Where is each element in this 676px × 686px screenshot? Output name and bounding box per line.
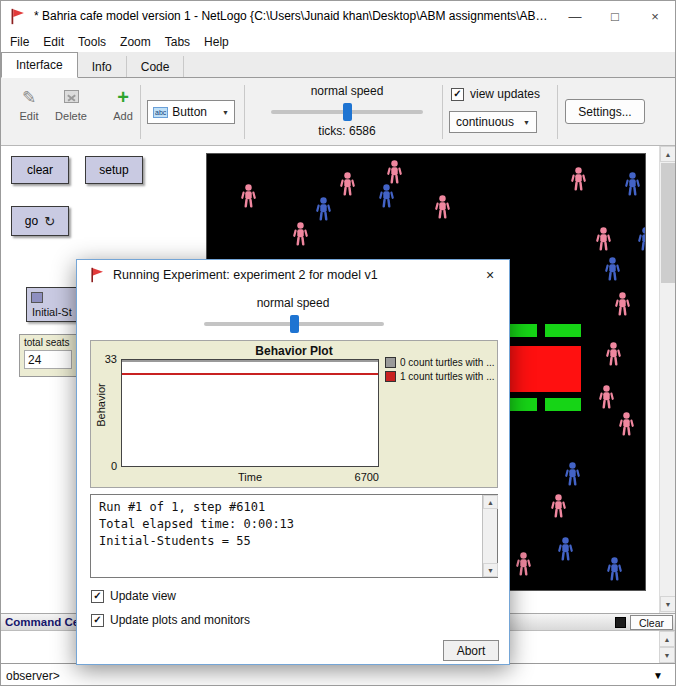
widget-type-label: Button	[172, 105, 207, 119]
checkbox-checked-icon: ✓	[451, 88, 464, 101]
update-mode-dropdown[interactable]: continuous ▼	[449, 111, 537, 133]
clear-output-button[interactable]: Clear	[630, 615, 673, 630]
person-turtle	[618, 412, 635, 436]
dialog-speed-label: normal speed	[77, 296, 509, 310]
menu-tools[interactable]: Tools	[71, 35, 113, 49]
command-input-line[interactable]: observer> ▼	[1, 663, 675, 686]
menu-bar: FileEditToolsZoomTabsHelp	[1, 31, 675, 52]
green-seat	[507, 398, 537, 411]
person-turtle	[564, 462, 581, 486]
dialog-title-bar: Running Experiment: experiment 2 for mod…	[77, 260, 509, 290]
title-bar: * Bahria cafe model version 1 - NetLogo …	[1, 1, 675, 31]
y-axis-min-tick: 0	[93, 460, 117, 472]
person-turtle	[637, 227, 646, 251]
toolbar-separator	[244, 85, 245, 139]
person-turtle	[515, 552, 532, 576]
menu-file[interactable]: File	[3, 35, 36, 49]
update-mode-value: continuous	[456, 115, 514, 129]
scroll-down-icon[interactable]: ▼	[660, 596, 676, 612]
person-turtle	[434, 195, 451, 219]
forever-arrows-icon: ↻	[44, 214, 55, 229]
scroll-down-icon[interactable]: ▼	[659, 647, 675, 663]
dialog-close-button[interactable]: ×	[471, 260, 509, 290]
behavior-plot-widget: Behavior Plot 33 0 Behavior Time 6700 0 …	[90, 340, 498, 488]
clear-button[interactable]: clear	[11, 156, 69, 184]
experiment-output-area: Run #1 of 1, step #6101Total elapsed tim…	[90, 494, 498, 578]
scroll-up-icon[interactable]: ▲	[660, 146, 676, 162]
scroll-up-icon[interactable]: ▲	[659, 631, 675, 647]
ticks-counter: ticks: 6586	[259, 124, 435, 138]
person-turtle	[386, 160, 403, 184]
context-dropdown-icon[interactable]: ▼	[653, 670, 663, 681]
checkbox-checked-icon: ✓	[91, 614, 104, 627]
output-line: Initial-Students = 55	[99, 533, 474, 550]
update-view-checkbox[interactable]: ✓ Update view	[91, 589, 176, 603]
toolbar-separator	[442, 85, 443, 139]
scroll-down-icon[interactable]: ▼	[483, 563, 498, 577]
toolbar: ✎ Edit Delete + Add abc Button ▼ normal …	[1, 78, 675, 146]
legend-item: 1 count turtles with ...	[385, 371, 497, 382]
scrollbar-thumb[interactable]	[661, 163, 675, 283]
setup-button[interactable]: setup	[85, 156, 143, 184]
view-updates-label: view updates	[470, 87, 540, 101]
add-tool-label: Add	[113, 110, 133, 122]
running-experiment-dialog: Running Experiment: experiment 2 for mod…	[76, 259, 510, 665]
dialog-speed-slider-handle[interactable]	[290, 315, 299, 333]
person-turtle	[292, 222, 309, 246]
y-axis-label: Behavior	[95, 365, 107, 445]
close-button[interactable]: ×	[635, 1, 675, 31]
output-line: Run #1 of 1, step #6101	[99, 499, 474, 516]
checkbox-checked-icon: ✓	[91, 590, 104, 603]
total-seats-monitor: total seats 24	[19, 334, 77, 377]
button-widget-icon: abc	[153, 107, 168, 118]
delete-icon	[64, 90, 79, 103]
menu-edit[interactable]: Edit	[36, 35, 71, 49]
update-plots-checkbox[interactable]: ✓ Update plots and monitors	[91, 613, 250, 627]
experiment-output-text: Run #1 of 1, step #6101Total elapsed tim…	[91, 495, 482, 577]
plus-icon: +	[117, 86, 129, 108]
netlogo-flag-icon	[9, 8, 26, 25]
abort-button[interactable]: Abort	[443, 640, 499, 661]
dialog-speed-slider[interactable]	[204, 322, 384, 326]
person-turtle	[604, 257, 621, 281]
delete-tool-button[interactable]: Delete	[49, 86, 93, 138]
red-seat	[507, 346, 581, 392]
scroll-up-icon[interactable]: ▲	[483, 495, 498, 509]
tab-interface[interactable]: Interface	[1, 52, 78, 78]
pencil-icon: ✎	[22, 86, 36, 108]
legend-swatch	[385, 357, 396, 368]
behavior-plot-canvas	[121, 359, 379, 467]
menu-tabs[interactable]: Tabs	[158, 35, 197, 49]
observer-prompt: observer>	[6, 669, 60, 683]
settings-button[interactable]: Settings...	[565, 99, 645, 124]
edit-tool-label: Edit	[20, 110, 39, 122]
person-turtle	[598, 385, 615, 409]
person-turtle	[339, 172, 356, 196]
delete-tool-label: Delete	[55, 110, 87, 122]
legend-label: 0 count turtles with ...	[400, 357, 495, 368]
person-turtle	[378, 184, 395, 208]
tab-code[interactable]: Code	[127, 56, 185, 78]
speed-slider-handle[interactable]	[343, 103, 352, 121]
slider-handle[interactable]	[31, 292, 43, 303]
menu-help[interactable]: Help	[197, 35, 236, 49]
command-center-icon[interactable]	[615, 617, 626, 628]
plot-series-line	[122, 360, 378, 362]
window-title: * Bahria cafe model version 1 - NetLogo …	[34, 9, 555, 23]
minimize-button[interactable]: —	[555, 1, 595, 31]
legend-label: 1 count turtles with ...	[400, 371, 495, 382]
toolbar-separator	[557, 85, 558, 139]
menu-zoom[interactable]: Zoom	[113, 35, 158, 49]
monitor-label: total seats	[24, 337, 76, 348]
plot-legend: 0 count turtles with ...1 count turtles …	[385, 357, 497, 382]
maximize-button[interactable]: □	[595, 1, 635, 31]
tab-info[interactable]: Info	[78, 56, 127, 78]
view-updates-checkbox[interactable]: ✓ view updates	[451, 87, 540, 101]
speed-slider[interactable]	[271, 110, 423, 114]
green-seat	[545, 398, 581, 411]
widget-type-dropdown[interactable]: abc Button ▼	[147, 100, 235, 124]
edit-tool-button[interactable]: ✎ Edit	[7, 86, 51, 138]
add-tool-button[interactable]: + Add	[101, 86, 145, 138]
go-button[interactable]: go ↻	[11, 206, 69, 236]
x-axis-max-tick: 6700	[329, 471, 379, 483]
